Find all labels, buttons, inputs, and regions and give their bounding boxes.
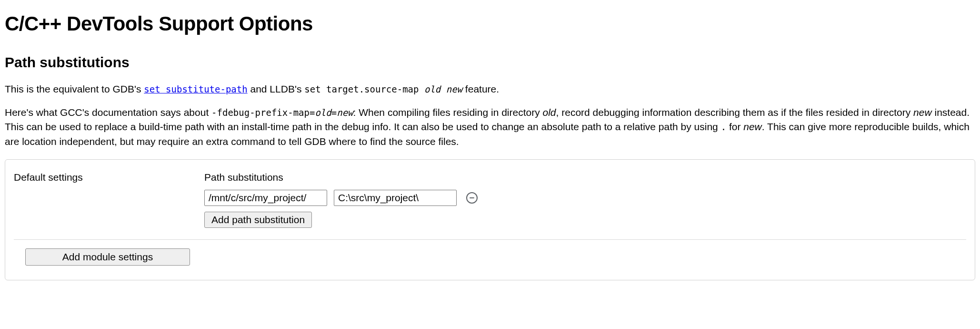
gcc-paragraph: Here's what GCC's documentation says abo… [5,105,975,149]
intro-suffix: feature. [462,83,499,94]
lldb-command-prefix: set target.source-map [304,84,424,94]
gcc-flag-prefix: -fdebug-prefix-map= [211,107,315,118]
lldb-new-arg: new [446,84,462,94]
intro-mid: and LLDB's [248,83,305,94]
lldb-old-arg: old [424,84,440,94]
path-substitutions-subhead: Path substitutions [204,170,966,185]
gcc-new2: new [913,107,932,118]
gcc-old2: old [543,107,556,118]
gcc-p2b: , record debugging information describin… [556,107,914,118]
add-module-settings-button[interactable]: Add module settings [25,248,190,266]
gcc-p2a: : When compiling files residing in direc… [353,107,543,118]
intro-paragraph: This is the equivalent to GDB's set subs… [5,82,975,96]
lldb-space [440,84,446,94]
gcc-new3: new [743,121,762,132]
section-heading: Path substitutions [5,52,975,73]
gcc-flag-eq: = [331,107,337,118]
add-path-substitution-button[interactable]: Add path substitution [204,212,312,228]
path-substitution-row [204,190,966,206]
gdb-set-substitute-path-link[interactable]: set substitute-path [144,84,247,94]
gcc-dot: . [721,122,726,132]
gcc-p1: Here's what GCC's documentation says abo… [5,107,211,118]
page-title: C/C++ DevTools Support Options [5,10,975,39]
path-to-input[interactable] [334,190,457,206]
intro-prefix: This is the equivalent to GDB's [5,83,144,94]
default-settings-label: Default settings [14,170,204,185]
gcc-p2d: for [726,121,743,132]
gcc-flag-old: old [315,107,331,118]
divider [14,239,966,240]
path-from-input[interactable] [204,190,327,206]
gcc-flag-new: new [337,107,353,118]
settings-panel: Default settings Path substitutions Add … [5,159,975,280]
remove-icon[interactable] [466,192,478,204]
